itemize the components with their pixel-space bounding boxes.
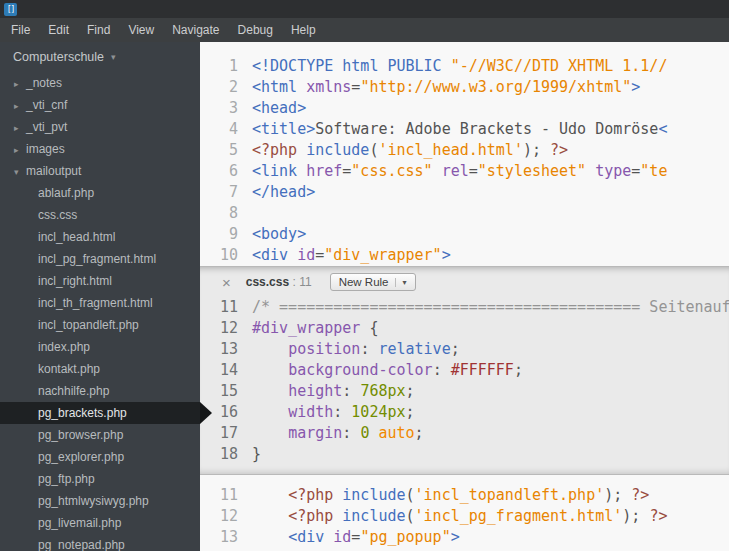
chevron-right-icon[interactable]: ▸ — [14, 139, 26, 161]
chevron-right-icon[interactable]: ▸ — [14, 117, 26, 139]
file-index.php[interactable]: index.php — [0, 336, 200, 358]
code-text: } — [252, 445, 261, 463]
code-line[interactable]: 12 <?php include('incl_pg_fragment.html'… — [200, 506, 729, 527]
file-pg_explorer.php[interactable]: pg_explorer.php — [0, 446, 200, 468]
code-line[interactable]: 7</head> — [200, 182, 729, 203]
menu-file[interactable]: File — [2, 18, 39, 42]
code-text: <!DOCTYPE html PUBLIC "-//W3C//DTD XHTML… — [252, 57, 667, 75]
code-line[interactable]: 18} — [200, 444, 729, 465]
code-line[interactable]: 4<title>Software: Adobe Brackets - Udo D… — [200, 119, 729, 140]
editor-bottom[interactable]: 11 <?php include('incl_topandleft.php');… — [200, 475, 729, 548]
folder-_notes[interactable]: ▸_notes — [0, 72, 200, 94]
chevron-down-icon: ▾ — [111, 52, 116, 62]
code-text: margin: 0 auto; — [252, 424, 424, 442]
menu-find[interactable]: Find — [78, 18, 119, 42]
line-number: 10 — [200, 245, 252, 266]
code-line[interactable]: 8 — [200, 203, 729, 224]
file-tree: ▸_notes▸_vti_cnf▸_vti_pvt▸images▾mailout… — [0, 72, 200, 551]
project-name: Computerschule — [13, 50, 104, 64]
code-line[interactable]: 6<link href="css.css" rel="stylesheet" t… — [200, 161, 729, 182]
file-pg_htmlwysiwyg.php[interactable]: pg_htmlwysiwyg.php — [0, 490, 200, 512]
line-number: 18 — [200, 444, 252, 465]
code-text: background-color: #FFFFFF; — [252, 361, 523, 379]
file-ablauf.php[interactable]: ablauf.php — [0, 182, 200, 204]
file-kontakt.php[interactable]: kontakt.php — [0, 358, 200, 380]
menu-navigate[interactable]: Navigate — [163, 18, 228, 42]
code-line[interactable]: 17 margin: 0 auto; — [200, 423, 729, 444]
inline-editor-filename[interactable]: css.css — [246, 275, 289, 289]
titlebar: [] — [0, 0, 729, 18]
line-number: 11 — [200, 485, 252, 506]
file-nachhilfe.php[interactable]: nachhilfe.php — [0, 380, 200, 402]
code-text: /* =====================================… — [252, 298, 729, 316]
app-window: [] FileEditFindViewNavigateDebugHelp Com… — [0, 0, 729, 551]
file-incl_pg_fragment.html[interactable]: incl_pg_fragment.html — [0, 248, 200, 270]
tree-item-label: _vti_cnf — [26, 98, 67, 112]
new-rule-button[interactable]: New Rule ▾ — [330, 273, 416, 291]
chevron-down-icon[interactable]: ▾ — [395, 278, 406, 287]
folder-mailoutput[interactable]: ▾mailoutput — [0, 160, 200, 182]
code-line[interactable]: 9<body> — [200, 224, 729, 245]
folder-_vti_cnf[interactable]: ▸_vti_cnf — [0, 94, 200, 116]
code-text: width: 1024px; — [252, 403, 415, 421]
editor-top[interactable]: 1<!DOCTYPE html PUBLIC "-//W3C//DTD XHTM… — [200, 42, 729, 266]
folder-images[interactable]: ▸images — [0, 138, 200, 160]
code-line[interactable]: 14 background-color: #FFFFFF; — [200, 360, 729, 381]
line-number: 5 — [200, 140, 252, 161]
tree-item-label: _notes — [26, 76, 62, 90]
tree-item-label: pg_livemail.php — [38, 516, 121, 530]
inline-editor-header: × css.css : 11 New Rule ▾ — [200, 267, 729, 297]
code-line[interactable]: 11 <?php include('incl_topandleft.php');… — [200, 485, 729, 506]
code-line[interactable]: 13 position: relative; — [200, 339, 729, 360]
chevron-right-icon[interactable]: ▸ — [14, 95, 26, 117]
code-text: <?php include('incl_topandleft.php'); ?> — [252, 486, 649, 504]
file-pg_notepad.php[interactable]: pg_notepad.php — [0, 534, 200, 551]
project-dropdown[interactable]: Computerschule ▾ — [0, 42, 200, 72]
inline-editor-code[interactable]: 11/* ===================================… — [200, 297, 729, 465]
code-line[interactable]: 13 <div id="pg_popup"> — [200, 527, 729, 548]
chevron-down-icon[interactable]: ▾ — [14, 161, 26, 183]
file-pg_brackets.php[interactable]: pg_brackets.php — [0, 402, 200, 424]
menubar: FileEditFindViewNavigateDebugHelp — [0, 18, 729, 42]
line-number: 8 — [200, 203, 252, 224]
tree-item-label: _vti_pvt — [26, 120, 67, 134]
code-text: #div_wrapper { — [252, 319, 378, 337]
close-icon[interactable]: × — [222, 274, 231, 291]
tree-item-label: kontakt.php — [38, 362, 100, 376]
code-line[interactable]: 5<?php include('incl_head.html'); ?> — [200, 140, 729, 161]
code-line[interactable]: 10<div id="div_wrapper"> — [200, 245, 729, 266]
code-line[interactable]: 2<html xmlns="http://www.w3.org/1999/xht… — [200, 77, 729, 98]
line-number: 9 — [200, 224, 252, 245]
line-number: 6 — [200, 161, 252, 182]
menu-edit[interactable]: Edit — [39, 18, 78, 42]
code-text: <head> — [252, 99, 306, 117]
menu-view[interactable]: View — [119, 18, 163, 42]
file-pg_browser.php[interactable]: pg_browser.php — [0, 424, 200, 446]
code-line[interactable]: 16 width: 1024px; — [200, 402, 729, 423]
line-number: 14 — [200, 360, 252, 381]
file-css.css[interactable]: css.css — [0, 204, 200, 226]
main-body: Computerschule ▾ ▸_notes▸_vti_cnf▸_vti_p… — [0, 42, 729, 551]
chevron-right-icon[interactable]: ▸ — [14, 73, 26, 95]
file-pg_livemail.php[interactable]: pg_livemail.php — [0, 512, 200, 534]
menu-debug[interactable]: Debug — [229, 18, 282, 42]
selected-file-arrow — [200, 402, 212, 424]
code-line[interactable]: 15 height: 768px; — [200, 381, 729, 402]
editor[interactable]: 1<!DOCTYPE html PUBLIC "-//W3C//DTD XHTM… — [200, 42, 729, 551]
folder-_vti_pvt[interactable]: ▸_vti_pvt — [0, 116, 200, 138]
menu-help[interactable]: Help — [282, 18, 325, 42]
code-line[interactable]: 11/* ===================================… — [200, 297, 729, 318]
file-incl_right.html[interactable]: incl_right.html — [0, 270, 200, 292]
tree-item-label: pg_ftp.php — [38, 472, 95, 486]
file-incl_head.html[interactable]: incl_head.html — [0, 226, 200, 248]
file-incl_th_fragment.html[interactable]: incl_th_fragment.html — [0, 292, 200, 314]
line-number: 1 — [200, 56, 252, 77]
code-line[interactable]: 3<head> — [200, 98, 729, 119]
tree-item-label: pg_explorer.php — [38, 450, 124, 464]
code-line[interactable]: 1<!DOCTYPE html PUBLIC "-//W3C//DTD XHTM… — [200, 56, 729, 77]
line-number: 12 — [200, 318, 252, 339]
file-incl_topandleft.php[interactable]: incl_topandleft.php — [0, 314, 200, 336]
file-pg_ftp.php[interactable]: pg_ftp.php — [0, 468, 200, 490]
code-line[interactable]: 12#div_wrapper { — [200, 318, 729, 339]
inline-editor-line-ref: : 11 — [289, 275, 311, 289]
